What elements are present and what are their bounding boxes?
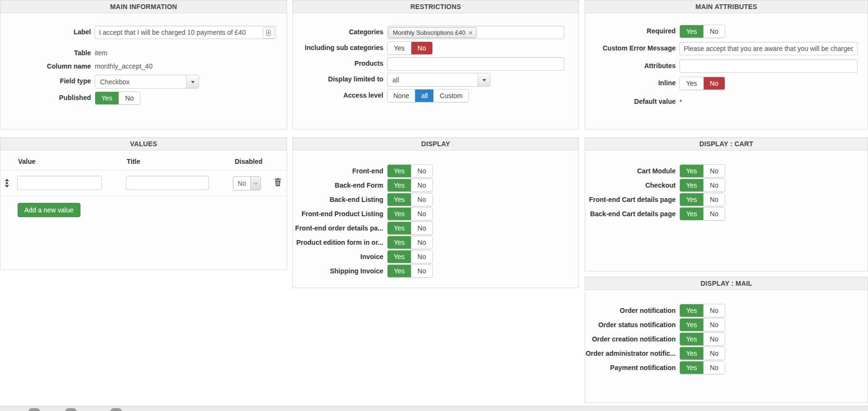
label-input[interactable] <box>95 26 276 39</box>
cart-row-front-end-cart-details: Front-end Cart details page YesNo <box>585 193 868 206</box>
toggle-no-button[interactable]: No <box>703 333 725 345</box>
disabled-select[interactable]: No <box>233 176 261 190</box>
products-input[interactable] <box>387 57 564 70</box>
panel-title: RESTRICTIONS <box>293 0 579 13</box>
toggle-yes-button[interactable]: Yes <box>388 236 411 249</box>
title-input[interactable] <box>126 176 209 190</box>
sub-categories-yes-button[interactable]: Yes <box>388 42 411 54</box>
inline-label: Inline <box>585 77 676 90</box>
payment-notification-toggle: YesNo <box>679 361 725 374</box>
toggle-no-button[interactable]: No <box>411 222 432 234</box>
drag-handle[interactable] <box>4 179 10 190</box>
row-label: Back-end Cart details page <box>585 208 676 220</box>
toggle-no-button[interactable]: No <box>411 208 432 220</box>
required-yes-button[interactable]: Yes <box>680 25 703 38</box>
invoice-toggle: YesNo <box>387 250 433 263</box>
categories-label: Categories <box>293 26 383 39</box>
toggle-yes-button[interactable]: Yes <box>388 179 411 191</box>
dropdown-caret-icon <box>191 81 195 85</box>
toggle-yes-button[interactable]: Yes <box>388 222 411 234</box>
attributes-input[interactable] <box>679 60 858 73</box>
row-label: Payment notification <box>585 361 676 374</box>
toggle-yes-button[interactable]: Yes <box>680 179 703 191</box>
toggle-yes-button[interactable]: Yes <box>680 208 703 220</box>
row-label: Order status notification <box>585 319 676 331</box>
inline-yes-button[interactable]: Yes <box>680 77 703 90</box>
toggle-no-button[interactable]: No <box>411 179 432 191</box>
order-status-notification-toggle: YesNo <box>679 318 725 331</box>
toggle-no-button[interactable]: No <box>703 361 725 374</box>
toggle-no-button[interactable]: No <box>411 236 432 249</box>
display-row-shipping-invoice: Shipping Invoice YesNo <box>293 265 579 277</box>
toggle-yes-button[interactable]: Yes <box>388 208 411 220</box>
toggle-yes-button[interactable]: Yes <box>388 165 411 177</box>
panel-title: DISPLAY <box>293 138 579 150</box>
toggle-yes-button[interactable]: Yes <box>680 165 703 177</box>
access-all-button[interactable]: all <box>415 90 433 102</box>
panel-title: DISPLAY : MAIL <box>585 277 868 290</box>
required-label: Required <box>585 25 676 38</box>
toggle-no-button[interactable]: No <box>703 347 725 360</box>
toggle-yes-button[interactable]: Yes <box>388 251 411 263</box>
field-type-dropdown-button[interactable] <box>186 75 199 88</box>
tag-remove-icon[interactable]: × <box>469 30 472 36</box>
row-label: Invoice <box>293 251 383 263</box>
attributes-label: Attributes <box>585 60 676 72</box>
custom-error-message-label: Custom Error Message <box>585 42 676 55</box>
mail-row-order-creation-notification: Order creation notification YesNo <box>585 333 868 345</box>
toggle-yes-button[interactable]: Yes <box>680 361 703 374</box>
front-end-cart-details-toggle: YesNo <box>679 193 725 206</box>
table-value: item <box>95 49 107 57</box>
value-input[interactable] <box>17 176 102 190</box>
toggle-no-button[interactable]: No <box>411 165 432 177</box>
toggle-yes-button[interactable]: Yes <box>680 347 703 360</box>
front-end-order-details-toggle: YesNo <box>387 221 433 235</box>
cart-row-cart-module: Cart Module YesNo <box>585 165 868 177</box>
shipping-invoice-toggle: YesNo <box>387 264 433 278</box>
inline-no-button[interactable]: No <box>703 77 725 90</box>
published-no-button[interactable]: No <box>119 92 140 104</box>
toggle-yes-button[interactable]: Yes <box>680 304 703 317</box>
toggle-no-button[interactable]: No <box>411 193 432 206</box>
default-value-marker: * <box>679 97 682 107</box>
categories-input[interactable]: Monthly Subscriptions £40 × <box>387 26 564 39</box>
toggle-no-button[interactable]: No <box>411 251 432 263</box>
category-tag-text: Monthly Subscriptions £40 <box>393 29 465 36</box>
toggle-no-button[interactable]: No <box>703 165 725 177</box>
toggle-yes-button[interactable]: Yes <box>680 333 703 345</box>
toggle-no-button[interactable]: No <box>703 319 725 331</box>
disabled-dropdown-button[interactable] <box>250 177 260 190</box>
toggle-no-button[interactable]: No <box>703 193 725 206</box>
editor-toggle-button[interactable] <box>263 27 274 39</box>
required-no-button[interactable]: No <box>703 25 725 38</box>
panel-title: MAIN ATTRIBUTES <box>585 0 868 13</box>
custom-error-message-input[interactable] <box>679 42 858 55</box>
add-new-value-button[interactable]: Add a new value <box>18 203 80 217</box>
field-type-select[interactable]: Checkbox <box>95 75 199 89</box>
mail-row-order-administrator-notification: Order administrator notific... YesNo <box>585 347 868 360</box>
toggle-no-button[interactable]: No <box>703 304 725 317</box>
row-label: Cart Module <box>585 165 676 177</box>
toggle-yes-button[interactable]: Yes <box>388 193 411 206</box>
access-none-button[interactable]: None <box>388 90 415 102</box>
default-value-label: Default value <box>585 97 676 106</box>
toggle-no-button[interactable]: No <box>703 179 725 191</box>
front-end-toggle: YesNo <box>387 164 433 178</box>
toggle-no-button[interactable]: No <box>411 265 432 277</box>
toggle-yes-button[interactable]: Yes <box>388 265 411 277</box>
toggle-yes-button[interactable]: Yes <box>680 319 703 331</box>
access-level-toggle: None all Custom <box>387 89 469 102</box>
front-end-product-listing-toggle: YesNo <box>387 207 433 221</box>
access-custom-button[interactable]: Custom <box>433 90 468 102</box>
sub-categories-no-button[interactable]: No <box>411 42 432 54</box>
toggle-yes-button[interactable]: Yes <box>680 193 703 206</box>
toggle-no-button[interactable]: No <box>703 208 725 220</box>
display-limited-dropdown-button[interactable] <box>478 73 490 86</box>
published-yes-button[interactable]: Yes <box>95 92 119 104</box>
column-name-label: Column name <box>0 62 91 70</box>
display-limited-to-select[interactable]: all <box>387 73 490 87</box>
order-notification-toggle: YesNo <box>679 304 725 317</box>
category-tag: Monthly Subscriptions £40 × <box>389 27 477 38</box>
including-sub-categories-label: Including sub categories <box>293 41 383 54</box>
delete-row-button[interactable] <box>274 178 281 188</box>
